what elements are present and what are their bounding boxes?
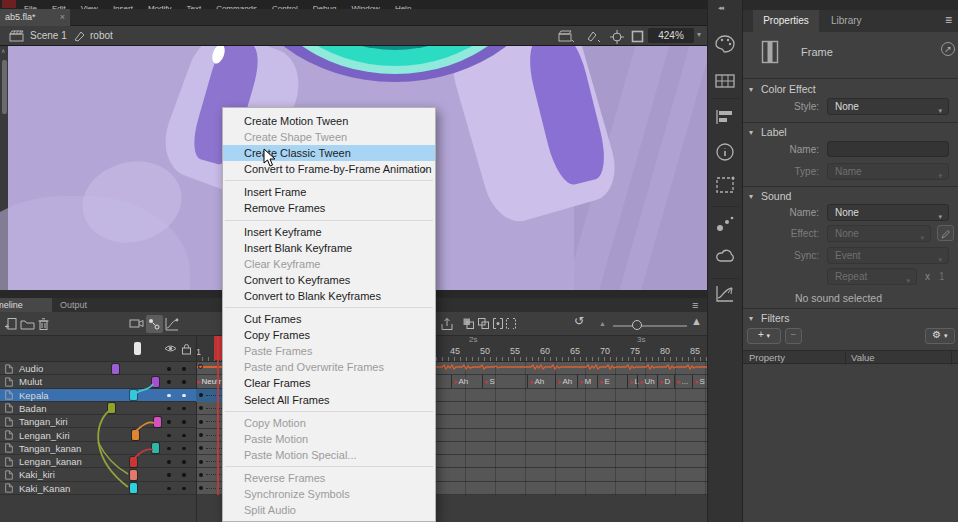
layer-lock-dot[interactable] <box>182 434 186 438</box>
info-panel-icon[interactable] <box>714 142 736 162</box>
layer-visibility-dot[interactable] <box>167 394 171 398</box>
layer-color-swatch[interactable] <box>152 377 159 387</box>
layer-color-swatch[interactable] <box>112 364 119 374</box>
label-name-input[interactable] <box>827 141 949 157</box>
tab-properties[interactable]: Properties <box>753 10 819 32</box>
context-menu-item-copy-frames[interactable]: Copy Frames <box>223 327 435 343</box>
lip-sync-keyframe[interactable]: ▸Ah <box>555 375 572 388</box>
zoom-level-field[interactable]: 424% <box>648 28 694 43</box>
layer-lock-dot[interactable] <box>182 367 186 371</box>
chevron-down-icon[interactable]: ▾ <box>749 85 753 94</box>
keyframe-dot[interactable] <box>199 420 203 424</box>
collapse-dock-icon[interactable]: ◂◂ <box>718 4 723 12</box>
scrollbar-thumb[interactable] <box>2 60 7 114</box>
delete-layer-icon[interactable] <box>37 317 50 331</box>
layer-lock-dot[interactable] <box>182 394 186 398</box>
tab-library[interactable]: Library <box>831 15 862 26</box>
lip-sync-keyframe[interactable]: ▸Ah <box>451 375 468 388</box>
context-menu-item-insert-blank-keyframe[interactable]: Insert Blank Keyframe <box>223 240 435 256</box>
section-filters[interactable]: Filters <box>761 312 790 324</box>
breadcrumb-scene[interactable]: Scene 1 <box>30 30 67 41</box>
layer-row-lengan-kanan[interactable]: Lengan_kanan <box>0 455 196 468</box>
context-menu-item-insert-keyframe[interactable]: Insert Keyframe <box>223 224 435 240</box>
layer-row-kepala[interactable]: Kepala <box>0 389 196 402</box>
zoom-out-timeline-icon[interactable]: ▲ <box>599 320 606 327</box>
keyframe-dot[interactable] <box>199 406 203 410</box>
keyframe-dot[interactable] <box>199 460 203 464</box>
panel-menu-icon[interactable]: ≡ <box>945 13 952 27</box>
layer-row-tangan-kanan[interactable]: Tangan_kanan <box>0 442 196 455</box>
layer-color-swatch[interactable] <box>108 403 115 413</box>
layer-row-audio[interactable]: Audio <box>0 362 196 375</box>
transform-panel-icon[interactable] <box>714 175 736 195</box>
marker-range-icon[interactable] <box>505 317 517 330</box>
graph-editor-icon[interactable] <box>165 317 179 331</box>
new-layer-icon[interactable] <box>4 317 18 331</box>
layer-color-swatch[interactable] <box>130 390 137 400</box>
edit-symbols-icon[interactable] <box>586 30 602 43</box>
layer-visibility-dot[interactable] <box>167 487 171 491</box>
keyframe-dot[interactable] <box>199 433 203 437</box>
layer-lock-dot[interactable] <box>182 407 186 411</box>
layer-row-kaki-kiri[interactable]: Kaki_kiri <box>0 468 196 481</box>
brush-library-panel-icon[interactable] <box>714 214 736 234</box>
section-sound[interactable]: Sound <box>761 190 791 202</box>
camera-icon[interactable] <box>129 317 144 330</box>
lip-sync-keyframe[interactable]: ▸E <box>597 375 610 388</box>
context-menu-item-select-all-frames[interactable]: Select All Frames <box>223 392 435 408</box>
tab-output[interactable]: Output <box>60 300 87 310</box>
lip-sync-keyframe[interactable]: ▸D <box>657 375 670 388</box>
onion-skin-icon[interactable] <box>462 317 475 330</box>
chevron-down-icon[interactable]: ▾ <box>749 314 753 323</box>
lip-sync-keyframe[interactable]: ▸S <box>482 375 495 388</box>
lip-sync-keyframe[interactable]: ▸Ah <box>527 375 544 388</box>
chevron-down-icon[interactable]: ▾ <box>749 128 753 137</box>
keyframe-dot[interactable] <box>199 486 203 490</box>
layer-color-swatch[interactable] <box>130 457 137 467</box>
timeline-zoom-slider-knob[interactable] <box>632 320 642 330</box>
onion-skin-outline-icon[interactable] <box>477 317 490 330</box>
timeline-ruler-right[interactable]: 2s3s 455055606570758085 <box>436 336 707 362</box>
add-filter-button[interactable]: + ▾ <box>747 328 781 344</box>
hollow-keyframe[interactable] <box>198 364 203 369</box>
context-menu-item-convert-to-keyframes[interactable]: Convert to Keyframes <box>223 272 435 288</box>
clip-content-icon[interactable] <box>631 30 644 43</box>
layer-lock-dot[interactable] <box>182 473 186 477</box>
lip-sync-keyframe[interactable]: ▸Uh <box>637 375 655 388</box>
context-menu-item-remove-frames[interactable]: Remove Frames <box>223 200 435 216</box>
layer-visibility-dot[interactable] <box>167 460 171 464</box>
layer-visibility-dot[interactable] <box>167 473 171 477</box>
cc-libraries-panel-icon[interactable] <box>714 248 736 266</box>
chevron-down-icon[interactable]: ▾ <box>749 192 753 201</box>
layer-visibility-dot[interactable] <box>167 447 171 451</box>
tab-timeline[interactable]: Timeline <box>0 298 52 312</box>
lip-sync-keyframe[interactable]: ▸M <box>577 375 591 388</box>
zoom-in-timeline-icon[interactable]: ▲ <box>691 315 702 327</box>
layer-lock-dot[interactable] <box>182 447 186 451</box>
layer-visibility-dot[interactable] <box>167 380 171 384</box>
layer-visibility-dot[interactable] <box>167 434 171 438</box>
parenting-view-button[interactable] <box>146 315 163 333</box>
section-color-effect[interactable]: Color Effect <box>761 83 816 95</box>
layer-visibility-dot[interactable] <box>167 407 171 411</box>
layer-visibility-dot[interactable] <box>167 420 171 424</box>
edit-multiple-frames-icon[interactable] <box>492 317 504 330</box>
layer-color-swatch[interactable] <box>132 430 139 440</box>
layer-row-tangan-kiri[interactable]: Tangan_kiri <box>0 415 196 428</box>
scroll-up-icon[interactable]: ∧ <box>1 47 5 54</box>
edit-scene-icon[interactable] <box>558 30 574 43</box>
context-menu-item-insert-frame[interactable]: Insert Frame <box>223 184 435 200</box>
section-label[interactable]: Label <box>761 126 787 138</box>
style-dropdown[interactable]: None▾ <box>827 98 949 115</box>
layer-row-lengan-kiri[interactable]: Lengan_Kiri <box>0 429 196 442</box>
layer-lock-dot[interactable] <box>182 420 186 424</box>
sound-name-dropdown[interactable]: None▾ <box>827 204 949 221</box>
layer-row-badan[interactable]: Badan <box>0 402 196 415</box>
motion-editor-panel-icon[interactable] <box>714 284 736 304</box>
align-panel-icon[interactable] <box>714 108 736 126</box>
eye-icon[interactable] <box>164 344 177 353</box>
jump-icon[interactable]: ↗ <box>941 42 955 56</box>
layer-color-swatch[interactable] <box>130 470 137 480</box>
context-menu-item-convert-to-blank-keyframes[interactable]: Convert to Blank Keyframes <box>223 288 435 304</box>
keyframe-dot[interactable] <box>199 473 203 477</box>
